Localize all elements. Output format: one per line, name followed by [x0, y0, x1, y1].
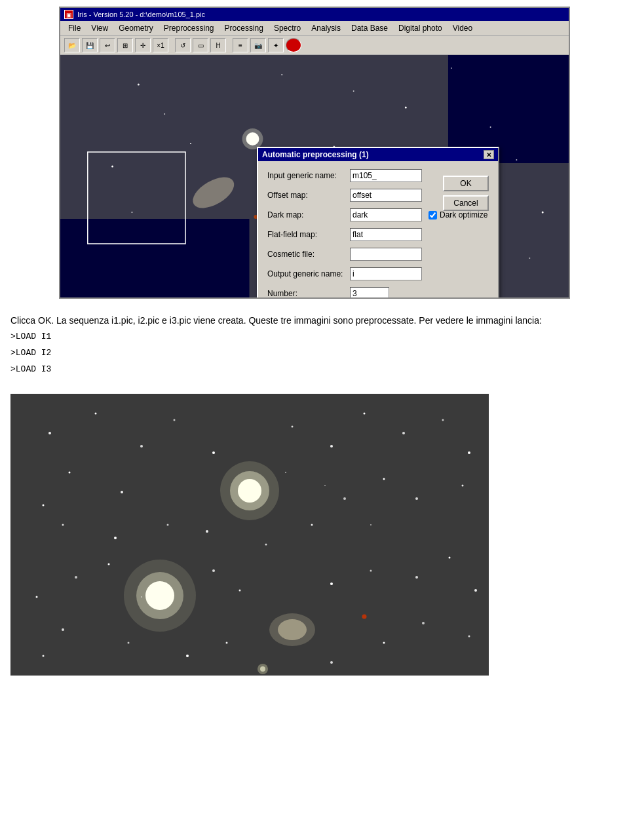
svg-point-82	[128, 641, 130, 643]
undo-button[interactable]: ↩	[100, 38, 115, 52]
svg-point-14	[111, 166, 113, 168]
zoom1-button[interactable]: ×1	[153, 38, 168, 52]
svg-point-74	[449, 556, 451, 558]
input-generic-label: Input generic name:	[267, 171, 346, 180]
h-button[interactable]: H	[210, 38, 226, 52]
svg-point-76	[468, 635, 470, 637]
dark-optimize-label[interactable]: Dark optimize	[429, 210, 487, 220]
offset-map-field[interactable]	[350, 189, 422, 202]
rotate-button[interactable]: ↺	[175, 38, 191, 52]
svg-point-73	[415, 576, 418, 579]
svg-point-12	[164, 113, 165, 115]
svg-point-69	[212, 569, 215, 572]
svg-point-92	[260, 666, 265, 672]
svg-point-65	[62, 524, 64, 525]
dialog-close-button[interactable]: ✕	[484, 150, 494, 159]
svg-rect-2	[60, 219, 250, 297]
svg-point-78	[383, 641, 385, 643]
svg-point-66	[43, 504, 45, 506]
svg-point-58	[383, 478, 385, 480]
svg-point-67	[75, 576, 77, 579]
svg-point-71	[330, 582, 333, 585]
menu-file[interactable]: File	[63, 22, 86, 34]
cancel-button[interactable]: Cancel	[443, 195, 489, 211]
menu-database[interactable]: Data Base	[346, 22, 393, 34]
list-button[interactable]: ≡	[233, 38, 248, 52]
split-button[interactable]: ⊞	[117, 38, 133, 52]
output-generic-field[interactable]	[350, 267, 422, 280]
flat-field-label: Flat-field map:	[267, 230, 346, 239]
command-load-i1: >LOAD I1	[10, 330, 619, 344]
svg-point-9	[405, 107, 407, 109]
svg-point-80	[226, 641, 228, 643]
auto-preprocessing-dialog: Automatic preprocessing (1) ✕ Input gene…	[257, 147, 499, 297]
dialog-title-text: Automatic preprocessing (1)	[262, 150, 369, 159]
svg-point-68	[108, 563, 110, 565]
svg-point-54	[442, 419, 444, 421]
menu-video[interactable]: Video	[448, 22, 478, 34]
command-load-i2: >LOAD I2	[10, 347, 619, 360]
svg-point-72	[370, 569, 372, 571]
svg-point-52	[364, 412, 366, 414]
svg-point-6	[138, 84, 140, 86]
star-field-image: Automatic preprocessing (1) ✕ Input gene…	[60, 55, 569, 297]
number-field[interactable]	[350, 287, 389, 297]
save-button[interactable]: 💾	[82, 38, 98, 52]
svg-point-62	[206, 530, 208, 533]
svg-point-75	[474, 589, 477, 592]
app-window: ▣ Iris - Version 5.20 - d:\demo\m105_1.p…	[59, 7, 570, 299]
svg-point-83	[62, 628, 64, 631]
svg-point-28	[529, 258, 530, 259]
svg-point-45	[140, 445, 143, 448]
dark-optimize-checkbox[interactable]	[429, 211, 437, 220]
bottom-star-image	[10, 394, 489, 676]
flat-field-field[interactable]	[350, 228, 422, 241]
description-text: Clicca OK. La sequenza i1.pic, i2.pic e …	[10, 313, 619, 328]
stop-button[interactable]	[286, 38, 301, 52]
open-button[interactable]: 📂	[64, 38, 80, 52]
camera-button[interactable]: 📷	[250, 38, 266, 52]
offset-map-label: Offset map:	[267, 191, 346, 200]
number-label: Number:	[267, 289, 346, 297]
rect-button[interactable]: ▭	[193, 38, 208, 52]
svg-point-90	[362, 614, 367, 619]
svg-point-63	[167, 524, 169, 525]
dark-map-label: Dark map:	[267, 210, 346, 220]
command-load-i3: >LOAD I3	[10, 363, 619, 377]
number-row: Number:	[267, 287, 489, 297]
svg-point-43	[48, 432, 51, 434]
toolbar: 📂 💾 ↩ ⊞ ✛ ×1 ↺ ▭ H ≡ 📷 ✦	[60, 36, 569, 55]
svg-point-53	[402, 432, 405, 434]
input-generic-field[interactable]	[350, 169, 422, 182]
menu-geometry[interactable]: Geometry	[113, 22, 159, 34]
svg-point-50	[292, 425, 294, 427]
menu-digitalphoto[interactable]: Digital photo	[393, 22, 448, 34]
svg-point-20	[516, 159, 517, 161]
svg-point-10	[451, 67, 452, 69]
cosmetic-file-row: Cosmetic file:	[267, 248, 489, 261]
title-bar: ▣ Iris - Version 5.20 - d:\demo\m105_1.p…	[60, 8, 569, 21]
page-content: Clicca OK. La sequenza i1.pic, i2.pic e …	[0, 305, 629, 387]
dialog-title-bar: Automatic preprocessing (1) ✕	[258, 148, 498, 161]
menu-analysis[interactable]: Analysis	[306, 22, 346, 34]
svg-point-89	[141, 596, 142, 598]
crosshair-button[interactable]: ✛	[135, 38, 151, 52]
ok-button[interactable]: OK	[443, 176, 489, 191]
svg-point-7	[281, 74, 282, 75]
plus-button[interactable]: ✦	[268, 38, 284, 52]
svg-point-64	[114, 537, 117, 539]
menu-spectro[interactable]: Spectro	[269, 22, 306, 34]
menu-preprocessing[interactable]: Preprocessing	[159, 22, 219, 34]
svg-point-57	[415, 497, 418, 500]
dialog-body: Input generic name: OK Cancel Offset map…	[258, 161, 498, 297]
dark-map-field[interactable]	[350, 208, 422, 221]
svg-point-44	[95, 412, 97, 414]
svg-point-21	[542, 212, 544, 214]
svg-point-48	[174, 419, 176, 421]
svg-point-85	[43, 655, 45, 657]
menu-view[interactable]: View	[86, 22, 113, 34]
menu-processing[interactable]: Processing	[219, 22, 269, 34]
cosmetic-file-field[interactable]	[350, 248, 422, 261]
app-icon: ▣	[64, 10, 73, 19]
svg-point-86	[285, 472, 286, 473]
